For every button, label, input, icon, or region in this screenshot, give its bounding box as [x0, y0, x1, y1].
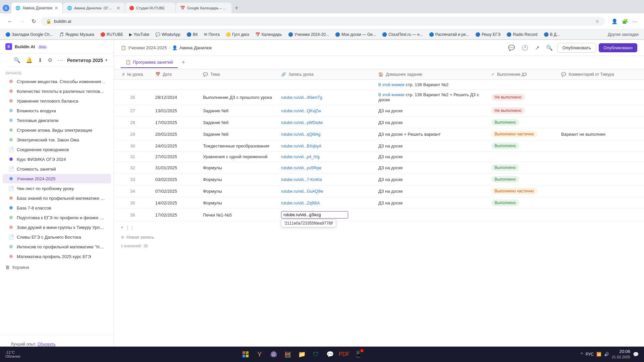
table-container[interactable]: # № урока 📅 Дата 💬 Тема 🔗: [114, 69, 644, 362]
sidebar-item-17[interactable]: Интенсив по профильной математике "Набор…: [3, 242, 111, 251]
hw-link[interactable]: В этой книжке: [378, 93, 405, 97]
cell-record[interactable]: rutube.ru/vid...4NemTg: [277, 90, 374, 105]
sidebar-item-11[interactable]: 📄 Чек-лист по пробному уроку: [3, 184, 111, 193]
new-tab-button[interactable]: +: [232, 5, 241, 12]
tab-2-close[interactable]: ✕: [116, 5, 120, 11]
taskbar-calculator[interactable]: 🧮: [281, 348, 294, 361]
table-row[interactable]: 2920/01/2025Задание №6rutube.ru/vid...qQ…: [114, 128, 644, 140]
cell-record[interactable]: [277, 80, 374, 90]
sidebar-item-13[interactable]: База 7-8 классов: [3, 203, 111, 213]
cell-record[interactable]: rutube.ru/vid...GuAQ9w: [277, 185, 374, 197]
table-row[interactable]: 3303/02/2025Формулыrutube.ru/vid...7-KmK…: [114, 174, 644, 185]
taskbar-yandex[interactable]: Y: [253, 348, 266, 361]
record-edit-input[interactable]: [281, 211, 348, 219]
new-record-btn[interactable]: ⊕ Новая запись: [114, 232, 644, 242]
bookmark-ege[interactable]: 🔵 Решу ЕГЭ: [473, 32, 503, 38]
sidebar-item-14[interactable]: Подготовка к ЕГЭ по профилю и физике с Т…: [3, 213, 111, 222]
settings-btn[interactable]: ⋯: [631, 17, 639, 26]
bookmark-print[interactable]: 🔵 Распечатай и ре...: [426, 32, 472, 38]
comment-btn[interactable]: 💬: [506, 43, 517, 52]
sidebar-item-2[interactable]: Уравнение теплового баланса: [3, 96, 111, 106]
taskbar-chrome[interactable]: [267, 348, 280, 361]
cell-record[interactable]: rutube.ru/vid...yu5Rqw: [277, 162, 374, 174]
start-button[interactable]: [239, 348, 252, 361]
breadcrumb-parent[interactable]: Ученики 2024-2025: [128, 45, 167, 50]
best-exp-link[interactable]: Обновить: [37, 342, 55, 347]
sidebar-item-18[interactable]: Математика профиль 2025 курс ЕГЭ: [3, 252, 111, 261]
published-btn[interactable]: Опубликовано: [599, 43, 637, 52]
record-link[interactable]: rutube.ru/vid...Zq9I6A: [281, 201, 320, 205]
bookmark-gdrive[interactable]: 🟡 Гугл диск: [223, 32, 252, 38]
bookmark-whatsapp[interactable]: 💬 WhatsApp: [153, 32, 183, 38]
basket-item[interactable]: 🗑 Корзина: [0, 263, 114, 272]
record-link[interactable]: rutube.ru/vid...p4_tVg: [281, 155, 320, 159]
sidebar-item-8[interactable]: Курс ФИЗИКА ОГЭ 2024: [3, 155, 111, 164]
table-row[interactable]: 3127/01/2025Уравнения с одной переменной…: [114, 152, 644, 162]
sidebar-item-3[interactable]: Влажность воздуха: [3, 106, 111, 115]
table-row[interactable]: 3231/01/2025Формулыrutube.ru/vid...yu5Rq…: [114, 162, 644, 174]
cell-record[interactable]: rutube.ru/vid...7-KmKw: [277, 174, 374, 185]
url-bar[interactable]: 🔒 buildin.ai ☆: [41, 17, 605, 26]
notification-icon[interactable]: 💬: [633, 352, 639, 357]
bookmark-students[interactable]: 🔵 Ученики 2024-20...: [285, 32, 332, 38]
bookmark-vk[interactable]: 🔵 ВК: [184, 32, 201, 38]
forward-button[interactable]: →: [17, 17, 27, 26]
cell-record[interactable]: '2111e0a723355fdea9778f/: [277, 209, 374, 221]
bookmark-yandex[interactable]: 🎵 Яндекс Музыка: [56, 32, 97, 38]
sidebar-item-5[interactable]: Строение атома. Виды электризации: [3, 125, 111, 135]
settings-btn-sidebar[interactable]: ⚙: [46, 56, 54, 65]
back-button[interactable]: ←: [5, 17, 15, 26]
bookmark-mail[interactable]: ✉ Почта: [201, 32, 222, 38]
workspace-selector[interactable]: Репетитор 2025 ▼: [67, 58, 108, 63]
bookmark-cloud[interactable]: 🔵 CloudText.ru — н...: [379, 32, 426, 38]
cell-record[interactable]: rutube.ru/vid...Zq9I6A: [277, 197, 374, 209]
table-row[interactable]: 2628/12/2024Выполнение ДЗ с прошлого уро…: [114, 90, 644, 105]
bookmark-google[interactable]: 🔵 Закладки Google Ch...: [3, 32, 56, 38]
hw-link[interactable]: В этой книжке: [378, 82, 405, 87]
record-link[interactable]: rutube.ru/vid...4NemTg: [281, 95, 322, 100]
share-btn[interactable]: ↗: [533, 43, 541, 52]
tray-chevron[interactable]: ^: [581, 352, 583, 357]
record-link[interactable]: rutube.ru/vid...yWDsdw: [281, 120, 323, 125]
sidebar-item-0[interactable]: Строение вещества. Способы изменения вну…: [3, 77, 111, 86]
sidebar-item-6[interactable]: Электрический ток. Закон Ома: [3, 135, 111, 144]
taskbar-explorer[interactable]: 📁: [295, 348, 309, 361]
sidebar-item-4[interactable]: Тепловые двигатели: [3, 116, 111, 125]
tab-program[interactable]: 📋 Программа занятий: [121, 57, 178, 68]
bookmark-radio[interactable]: 🔵 Radio Record: [504, 32, 540, 38]
search-btn[interactable]: 🔍: [12, 56, 22, 65]
add-tab-btn[interactable]: +: [179, 59, 188, 66]
table-row[interactable]: 3024/01/2025Тождественные преобразования…: [114, 140, 644, 152]
record-link[interactable]: rutube.ru/vid...qQI9Ag: [281, 132, 320, 137]
sidebar-item-12[interactable]: База знаний по профильной математике | Т…: [3, 193, 111, 203]
record-link[interactable]: rutube.ru/vid...yu5Rqw: [281, 166, 321, 170]
taskbar-kaspersky[interactable]: 🛡: [309, 348, 323, 361]
sidebar-item-16[interactable]: 📄 Сливы ЕГЭ с Дальнего Востока: [3, 232, 111, 242]
table-row[interactable]: 3407/02/2025Формулыrutube.ru/vid...GuAQ9…: [114, 185, 644, 197]
download-btn[interactable]: ⬇: [37, 56, 44, 65]
notifications-btn[interactable]: 🔔: [24, 56, 34, 65]
sidebar-item-7[interactable]: 📄 Соединение проводников: [3, 145, 111, 154]
sidebar-item-9[interactable]: 📄 Стоимость занятий: [3, 164, 111, 174]
tab-close-btn[interactable]: ✕: [54, 5, 58, 11]
sidebar-item-10[interactable]: Ученики 2024-2025: [3, 174, 111, 183]
table-row[interactable]: В этой книжке стр. 136 Вариант №2: [114, 80, 644, 90]
cell-record[interactable]: rutube.ru/vid...QKvjZw: [277, 105, 374, 117]
record-link[interactable]: rutube.ru/vid...GuAQ9w: [281, 189, 323, 194]
table-row[interactable]: 3617/02/2025Печки №1-№5'2111e0a723355fde…: [114, 209, 644, 221]
more-btn[interactable]: ⋯: [56, 56, 64, 65]
reload-button[interactable]: ↻: [30, 17, 38, 26]
tab-3[interactable]: 🔴 Студия RUTUBE: [125, 3, 175, 13]
bookmark-youtube[interactable]: ▶ YouTube: [126, 32, 152, 38]
table-row[interactable]: 2713/01/2025Задание №6rutube.ru/vid...QK…: [114, 105, 644, 117]
publish-draft-btn[interactable]: Опубликовать: [557, 43, 596, 53]
sidebar-item-15[interactable]: Зови друзей в мини-группы к Тимуру Урпек…: [3, 223, 111, 232]
record-link[interactable]: rutube.ru/vid...QKvjZw: [281, 109, 321, 113]
bookmark-calendar[interactable]: 📅 Календарь: [253, 32, 285, 38]
taskbar-pdf[interactable]: PDF: [337, 348, 351, 361]
bookmark-vd[interactable]: 🔵 В Д...: [541, 32, 562, 38]
search-header-btn[interactable]: 🔍: [544, 43, 555, 52]
table-row[interactable]: 2817/01/2025Задание №6rutube.ru/vid...yW…: [114, 117, 644, 128]
cell-record[interactable]: rutube.ru/vid...BXqbyA: [277, 140, 374, 152]
tab-4[interactable]: 📅 Google Календарь – Нед...: [176, 3, 231, 13]
